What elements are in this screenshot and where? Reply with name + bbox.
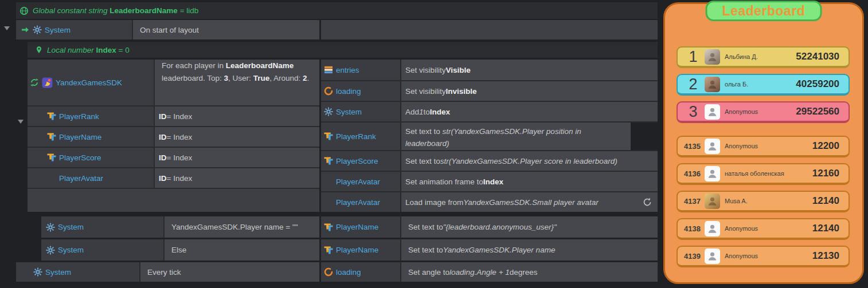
object-name: YandexGamesSDK [56, 78, 122, 87]
circular-arc-icon [324, 86, 333, 96]
condition-object-cell[interactable]: System [41, 216, 165, 238]
sub-condition-row[interactable]: PlayerRank ID = Index [28, 105, 319, 126]
condition-text[interactable]: YandexGamesSDK.Player name = "" [165, 216, 319, 238]
letter-t-icon [47, 153, 56, 162]
action-row[interactable]: PlayerAvatar Set animation frame to Inde… [321, 171, 658, 191]
action-text[interactable]: Set text to "{leaderboard.anonymous_user… [401, 216, 658, 238]
action-text[interactable]: Set animation frame to Index [401, 172, 658, 191]
player-score: 12160 [812, 168, 839, 179]
action-text[interactable]: Load image from YandexGamesSDK.Small pla… [401, 192, 637, 212]
leaderboard-row: 4135 Anonymous 12200 [677, 136, 850, 157]
sub-condition-row[interactable]: PlayerName ID = Index [28, 126, 319, 147]
actions-empty-area[interactable] [321, 20, 658, 40]
action-text[interactable]: Set text to str(YandexGamesSDK.Player sc… [401, 151, 658, 171]
rank: 4137 [682, 197, 704, 206]
circular-arc-icon [324, 267, 333, 277]
globe-icon [19, 6, 29, 15]
person-silhouette-icon [707, 52, 718, 62]
condition-object-cell[interactable]: PlayerScore [28, 148, 155, 167]
avatar [705, 77, 720, 92]
action-object-cell[interactable]: loading [321, 81, 401, 101]
player-name: Альбина Д. [725, 53, 796, 60]
leaderboard-rows: 1 Альбина Д. 52241030 2 ольга Б. 4025920… [677, 46, 850, 273]
condition-object-cell[interactable]: System [16, 262, 140, 282]
leaderboard-row: 1 Альбина Д. 52241030 [677, 46, 850, 68]
action-object-cell[interactable]: PlayerScore [321, 151, 401, 171]
object-name: loading [336, 268, 361, 277]
letter-t-icon [47, 112, 56, 121]
action-text[interactable]: Set visibility Visible [401, 60, 658, 80]
sub-condition-row[interactable]: PlayerAvatar ID = Index [28, 167, 319, 188]
condition-text[interactable]: Else [165, 239, 319, 261]
action-object-cell[interactable]: PlayerName [321, 216, 401, 238]
rank: 1 [682, 48, 704, 66]
screenshot-root: Global constant string LeaderboardName =… [0, 0, 868, 288]
action-object-cell[interactable]: PlayerAvatar [321, 192, 401, 212]
rank: 4139 [682, 252, 704, 261]
event-on-start-of-layout[interactable]: System On start of layout [16, 20, 658, 40]
condition-text[interactable]: Every tick [140, 262, 319, 282]
action-object-cell[interactable]: PlayerRank [321, 123, 401, 150]
sub-condition-row[interactable]: PlayerScore ID = Index [28, 147, 319, 167]
condition-object-cell[interactable]: PlayerRank [28, 106, 155, 126]
action-text[interactable]: Set visibility Invisible [401, 81, 658, 101]
action-text[interactable]: Set angle to loading.Angle + 1 degrees [401, 262, 658, 282]
event-else[interactable]: System Else PlayerName Set text to Yande… [41, 239, 658, 261]
object-name: PlayerName [336, 223, 378, 231]
rows-gap [677, 129, 850, 136]
action-text[interactable]: Set text to YandexGamesSDK.Player name [401, 239, 658, 261]
rank: 4136 [682, 169, 704, 178]
object-name: entries [336, 66, 359, 74]
object-name: PlayerScore [336, 157, 378, 165]
event-every-tick[interactable]: System Every tick loading Set angle to l… [16, 262, 658, 282]
player-score: 12140 [812, 223, 839, 234]
local-variable-row[interactable]: Local number Index = 0 [28, 42, 658, 58]
global-variable-row[interactable]: Global constant string LeaderboardName =… [16, 2, 658, 19]
action-object-cell[interactable]: System [321, 102, 401, 121]
object-name: System [45, 268, 71, 277]
leaderboard-row: 2 ольга Б. 40259200 [677, 74, 850, 96]
condition-text[interactable]: ID = Index [155, 127, 319, 147]
player-name: ольга Б. [725, 81, 796, 88]
action-row[interactable]: PlayerScore Set text to str(YandexGamesS… [321, 150, 658, 171]
letter-t-icon [324, 223, 333, 232]
letter-t-icon [324, 132, 333, 141]
action-row[interactable]: entries Set visibility Visible [321, 60, 658, 80]
condition-object-cell[interactable]: PlayerName [28, 127, 155, 147]
gear-icon [33, 267, 42, 277]
action-text[interactable]: Add 1 to Index [401, 102, 658, 121]
leaderboard-row: 4136 наталья оболенская 12160 [677, 163, 850, 185]
player-score: 12130 [812, 250, 839, 262]
event-sheet: Global constant string LeaderboardName =… [0, 2, 658, 282]
player-score: 52241030 [796, 51, 839, 62]
action-object-cell[interactable]: PlayerName [321, 239, 401, 261]
action-row[interactable]: PlayerAvatar Load image from YandexGames… [321, 191, 658, 212]
stacked-bars-icon [324, 65, 333, 74]
player-name: наталья оболенская [725, 170, 812, 177]
action-row[interactable]: System Add 1 to Index [321, 101, 658, 121]
action-object-cell[interactable]: loading [321, 262, 401, 282]
arrow-right-icon [21, 25, 30, 34]
letter-t-icon [47, 132, 56, 141]
event-foreach-player[interactable]: YandexGamesSDK For each player in Leader… [28, 60, 658, 212]
local-variable-text: Local number Index = 0 [47, 46, 130, 54]
leaderboard-panel: Leaderboard 1 Альбина Д. 52241030 2 ольг… [663, 2, 864, 284]
condition-text[interactable]: For each player in LeaderboardName leade… [155, 60, 319, 105]
condition-object-cell[interactable]: PlayerAvatar [28, 168, 155, 188]
action-row[interactable]: PlayerRank Set text to str(YandexGamesSD… [321, 121, 658, 150]
condition-text[interactable]: ID = Index [155, 106, 319, 126]
condition-text[interactable]: ID = Index [155, 168, 319, 188]
action-text[interactable]: Set text to str(YandexGamesSDK.Player po… [401, 123, 631, 150]
player-name: Anonymous [725, 225, 812, 232]
condition-object-cell[interactable]: YandexGamesSDK [28, 60, 155, 105]
condition-text[interactable]: ID = Index [155, 148, 319, 167]
condition-object-cell[interactable]: System [41, 239, 165, 261]
condition-text[interactable]: On start of layout [133, 20, 319, 40]
event-player-name-empty[interactable]: System YandexGamesSDK.Player name = "" P… [41, 216, 658, 238]
object-name: PlayerScore [59, 153, 101, 162]
action-row[interactable]: loading Set visibility Invisible [321, 80, 658, 101]
action-object-cell[interactable]: PlayerAvatar [321, 172, 401, 191]
player-name: Anonymous [725, 143, 812, 149]
action-object-cell[interactable]: entries [321, 60, 401, 80]
condition-object-cell[interactable]: System [16, 20, 133, 40]
